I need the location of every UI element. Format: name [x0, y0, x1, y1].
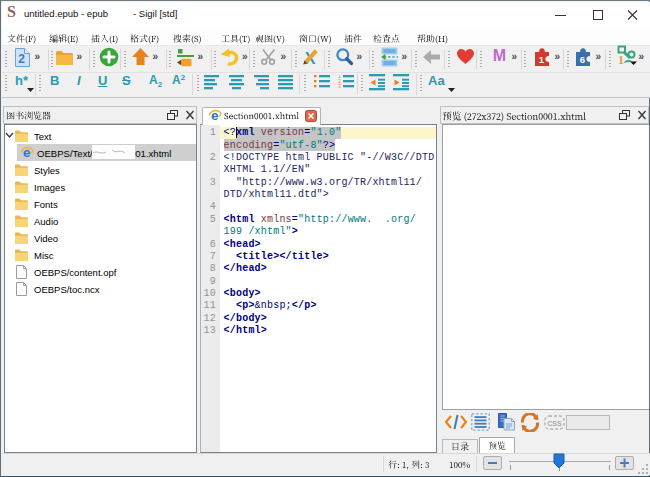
- svg-text:1: 1: [618, 53, 624, 67]
- svg-text:6: 6: [580, 53, 585, 64]
- svg-text:CSS: CSS: [547, 420, 562, 427]
- svg-text:3: 3: [338, 84, 341, 89]
- svg-text:1: 1: [539, 53, 545, 64]
- svg-text:2: 2: [18, 52, 25, 66]
